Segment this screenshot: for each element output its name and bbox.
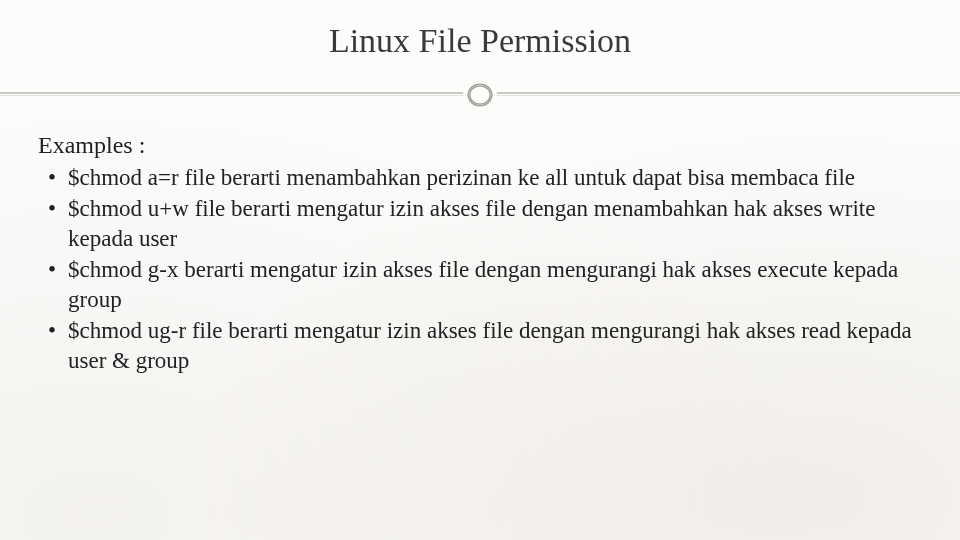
examples-heading: Examples : [38, 132, 922, 159]
description-text: file berarti mengatur izin akses file de… [68, 318, 912, 372]
list-item: $chmod u+w file berarti mengatur izin ak… [38, 194, 922, 253]
slide: Linux File Permission Examples : $chmod … [0, 0, 960, 540]
svg-point-1 [469, 85, 491, 105]
examples-list: $chmod a=r file berarti menambahkan peri… [38, 163, 922, 375]
description-text: berarti menambahkan perizinan ke all unt… [215, 165, 855, 190]
title-ornament-icon [463, 78, 497, 112]
command-text: $chmod u+w file [68, 196, 225, 221]
command-text: $chmod g-x [68, 257, 179, 282]
list-item: $chmod g-x berarti mengatur izin akses f… [38, 255, 922, 314]
command-text: $chmod a=r file [68, 165, 215, 190]
slide-title: Linux File Permission [0, 22, 960, 60]
list-item: $chmod ug-r file berarti mengatur izin a… [38, 316, 922, 375]
description-text: berarti mengatur izin akses file dengan … [68, 257, 898, 311]
list-item: $chmod a=r file berarti menambahkan peri… [38, 163, 922, 192]
content-area: Examples : $chmod a=r file berarti menam… [38, 132, 922, 377]
command-text: $chmod ug-r [68, 318, 186, 343]
